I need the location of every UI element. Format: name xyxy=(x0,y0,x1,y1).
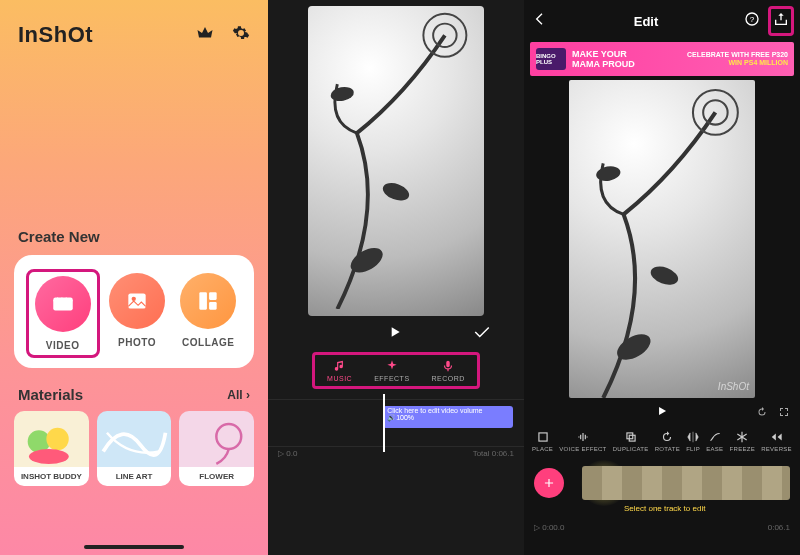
volume-clip[interactable]: Click here to edit video volume 🔊100% xyxy=(383,406,513,428)
create-collage-label: COLLAGE xyxy=(182,337,234,348)
video-clip[interactable] xyxy=(582,466,790,500)
tool-rotate[interactable]: ROTATE xyxy=(655,430,680,452)
redo-button[interactable] xyxy=(756,404,768,422)
music-tabs: MUSIC EFFECTS RECORD xyxy=(312,352,480,389)
svg-rect-8 xyxy=(200,292,208,309)
time-total: Total 0:06.1 xyxy=(473,449,514,458)
tab-record[interactable]: RECORD xyxy=(432,359,465,382)
tool-duplicate[interactable]: DUPLICATE xyxy=(613,430,649,452)
add-track-button[interactable] xyxy=(534,468,564,498)
home-screen: InShOt Create New VIDEO PHOTO COLLAGE Ma… xyxy=(0,0,268,555)
home-indicator xyxy=(84,545,184,549)
editor-screen: Edit ? BINGO PLUS MAKE YOUR MAMA PROUD C… xyxy=(524,0,800,555)
svg-rect-9 xyxy=(209,292,217,300)
ad-brand-logo: BINGO PLUS xyxy=(536,48,566,70)
mic-icon xyxy=(441,359,455,373)
ad-banner[interactable]: BINGO PLUS MAKE YOUR MAMA PROUD CELEBRAT… xyxy=(530,42,794,76)
confirm-button[interactable] xyxy=(473,325,491,343)
music-icon xyxy=(333,359,347,373)
tool-reverse[interactable]: REVERSE xyxy=(761,430,792,452)
materials-list: INSHOT BUDDY LINE ART FLOWER xyxy=(0,411,268,486)
svg-rect-5 xyxy=(53,298,73,311)
svg-rect-10 xyxy=(209,302,217,310)
tool-flip[interactable]: FLIP xyxy=(686,430,700,452)
create-collage-button[interactable]: COLLAGE xyxy=(180,273,236,354)
select-track-hint: Select one track to edit xyxy=(624,504,705,513)
collage-icon xyxy=(195,288,221,314)
timeline[interactable]: Click here to edit video volume 🔊100% ▷ … xyxy=(268,399,524,458)
material-line-art[interactable]: LINE ART xyxy=(97,411,172,486)
material-flower[interactable]: FLOWER xyxy=(179,411,254,486)
video-preview: InShOt xyxy=(569,80,755,398)
tool-place[interactable]: PLACE xyxy=(532,430,553,452)
video-icon xyxy=(50,291,76,317)
tool-ease[interactable]: EASE xyxy=(706,430,723,452)
back-button[interactable] xyxy=(532,11,548,31)
help-button[interactable]: ? xyxy=(744,11,760,31)
svg-point-13 xyxy=(29,449,69,464)
materials-heading: Materials xyxy=(18,386,83,403)
create-photo-label: PHOTO xyxy=(118,337,156,348)
photo-icon xyxy=(124,288,150,314)
time-current: ▷ 0:00.0 xyxy=(534,523,564,532)
video-preview xyxy=(308,6,484,316)
play-button[interactable] xyxy=(655,404,669,422)
tool-voice-effect[interactable]: VOICE EFFECT xyxy=(559,430,606,452)
create-new-card: VIDEO PHOTO COLLAGE xyxy=(14,255,254,368)
materials-all-link[interactable]: All › xyxy=(227,388,250,402)
tab-music[interactable]: MUSIC xyxy=(327,359,352,382)
create-video-button[interactable]: VIDEO xyxy=(26,269,100,358)
fullscreen-button[interactable] xyxy=(778,404,790,422)
tool-bar: PLACE VOICE EFFECT DUPLICATE ROTATE FLIP… xyxy=(524,424,800,454)
svg-rect-6 xyxy=(128,293,145,308)
pro-icon[interactable] xyxy=(196,24,214,46)
create-new-heading: Create New xyxy=(18,228,268,245)
music-picker-screen: MUSIC EFFECTS RECORD Click here to edit … xyxy=(268,0,524,555)
share-button[interactable] xyxy=(768,6,794,36)
play-button[interactable] xyxy=(387,324,403,344)
create-video-label: VIDEO xyxy=(46,340,80,351)
svg-rect-17 xyxy=(539,433,547,441)
time-total: 0:06.1 xyxy=(768,523,790,532)
tab-effects[interactable]: EFFECTS xyxy=(374,359,409,382)
svg-text:?: ? xyxy=(750,15,755,24)
settings-icon[interactable] xyxy=(232,24,250,46)
create-photo-button[interactable]: PHOTO xyxy=(109,273,165,354)
material-inshot-buddy[interactable]: INSHOT BUDDY xyxy=(14,411,89,486)
app-logo: InShOt xyxy=(18,22,93,48)
time-current: ▷ 0.0 xyxy=(278,449,297,458)
svg-point-14 xyxy=(217,424,242,449)
watermark[interactable]: InShOt xyxy=(718,381,749,392)
editor-title: Edit xyxy=(634,14,659,29)
tool-freeze[interactable]: FREEZE xyxy=(730,430,755,452)
svg-point-12 xyxy=(46,428,68,450)
timeline[interactable]: Select one track to edit ▷ 0:00.0 0:06.1 xyxy=(524,458,800,518)
sparkle-icon xyxy=(385,359,399,373)
